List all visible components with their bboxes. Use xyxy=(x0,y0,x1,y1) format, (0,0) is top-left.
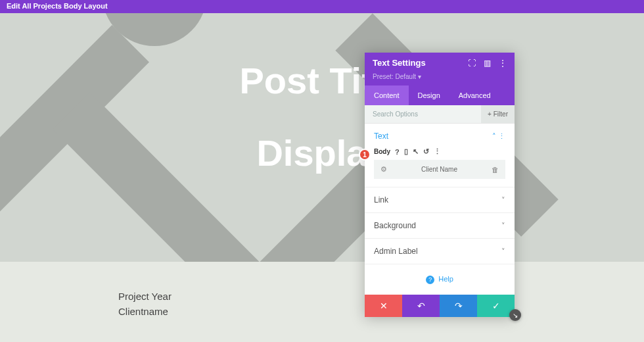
check-icon: ✓ xyxy=(492,301,500,311)
section-admin-title: Admin Label xyxy=(374,247,418,256)
chevron-down-icon: ˅ xyxy=(501,196,505,205)
hero-area: Post Title Display xyxy=(0,13,644,262)
search-row: Search Options + Filter xyxy=(365,105,515,124)
tab-advanced[interactable]: Advanced xyxy=(449,86,500,105)
chevron-down-icon: ˅ xyxy=(501,247,505,256)
search-input[interactable]: Search Options xyxy=(365,105,481,123)
panel-header[interactable]: Text Settings ⛶ ▥ ⋮ xyxy=(365,53,515,73)
section-link: Link ˅ xyxy=(365,187,515,213)
redo-button[interactable]: ↷ xyxy=(440,295,477,317)
trash-icon[interactable]: 🗑 xyxy=(492,166,499,174)
section-background: Background ˅ xyxy=(365,213,515,239)
settings-panel: Text Settings ⛶ ▥ ⋮ Preset: Default ▾ Co… xyxy=(365,53,515,317)
panel-tabs: Content Design Advanced xyxy=(365,86,515,105)
menu-icon[interactable]: ⋮ xyxy=(499,59,507,68)
close-icon: ✕ xyxy=(380,301,388,311)
section-menu-icon[interactable]: ⋮ xyxy=(498,132,505,140)
section-admin-label: Admin Label ˅ xyxy=(365,239,515,264)
body-field-row[interactable]: ⚙ Client Name 🗑 xyxy=(374,160,505,179)
gear-icon[interactable]: ⚙ xyxy=(380,165,387,174)
section-text-actions: ˄ ⋮ xyxy=(492,132,505,141)
chevron-up-icon[interactable]: ˄ xyxy=(492,132,496,140)
chevron-down-icon: ˅ xyxy=(501,222,505,230)
section-background-title: Background xyxy=(374,221,416,230)
reset-icon[interactable]: ↺ xyxy=(423,147,429,156)
body-field-value: Client Name xyxy=(387,166,492,173)
section-admin-header[interactable]: Admin Label ˅ xyxy=(374,247,505,256)
page-title: Edit All Projects Body Layout xyxy=(7,2,108,10)
help-badge-icon: ? xyxy=(426,276,434,284)
filter-button[interactable]: + Filter xyxy=(481,105,515,123)
preset-selector[interactable]: Preset: Default ▾ xyxy=(365,73,515,86)
section-link-header[interactable]: Link ˅ xyxy=(374,195,505,205)
responsive-icon[interactable]: ▥ xyxy=(484,59,491,68)
section-link-title: Link xyxy=(374,195,388,205)
filter-label: Filter xyxy=(494,110,508,118)
expand-icon[interactable]: ⛶ xyxy=(468,59,476,68)
top-bar: Edit All Projects Body Layout xyxy=(0,0,644,13)
tab-design[interactable]: Design xyxy=(409,86,449,105)
cancel-button[interactable]: ✕ xyxy=(365,295,402,317)
undo-button[interactable]: ↶ xyxy=(402,295,440,317)
help-icon[interactable]: ? xyxy=(395,148,400,156)
section-text: Text ˄ ⋮ Body ? ▯ ↖ ↺ ⋮ ⚙ Client Name 🗑 xyxy=(365,124,515,187)
hero-post-title: Post Title xyxy=(0,59,644,102)
help-link[interactable]: ? Help xyxy=(365,264,515,295)
tablet-icon[interactable]: ▯ xyxy=(404,147,408,156)
body-label: Body xyxy=(374,148,390,155)
panel-title: Text Settings xyxy=(373,58,426,68)
hero-display-text: Display xyxy=(0,132,644,174)
field-menu-icon[interactable]: ⋮ xyxy=(434,147,441,156)
redo-icon: ↷ xyxy=(455,301,463,311)
drag-handle[interactable]: ↘ xyxy=(509,309,521,321)
help-label: Help xyxy=(438,275,453,283)
bg-stripe xyxy=(53,92,275,262)
section-text-title: Text xyxy=(374,132,388,141)
hover-icon[interactable]: ↖ xyxy=(413,147,419,156)
plus-icon: + xyxy=(488,110,492,118)
client-name-label: Clientname xyxy=(118,305,172,320)
project-year-label: Project Year xyxy=(118,289,172,305)
section-text-header[interactable]: Text ˄ ⋮ xyxy=(374,132,505,141)
tab-content[interactable]: Content xyxy=(365,86,409,105)
callout-badge-1: 1 xyxy=(359,149,371,160)
section-background-header[interactable]: Background ˅ xyxy=(374,221,505,230)
body-field-label-row: Body ? ▯ ↖ ↺ ⋮ xyxy=(374,147,505,156)
project-meta: Project Year Clientname xyxy=(118,289,172,319)
panel-footer: ✕ ↶ ↷ ✓ xyxy=(365,295,515,317)
panel-header-actions: ⛶ ▥ ⋮ xyxy=(468,59,507,68)
undo-icon: ↶ xyxy=(417,301,425,311)
